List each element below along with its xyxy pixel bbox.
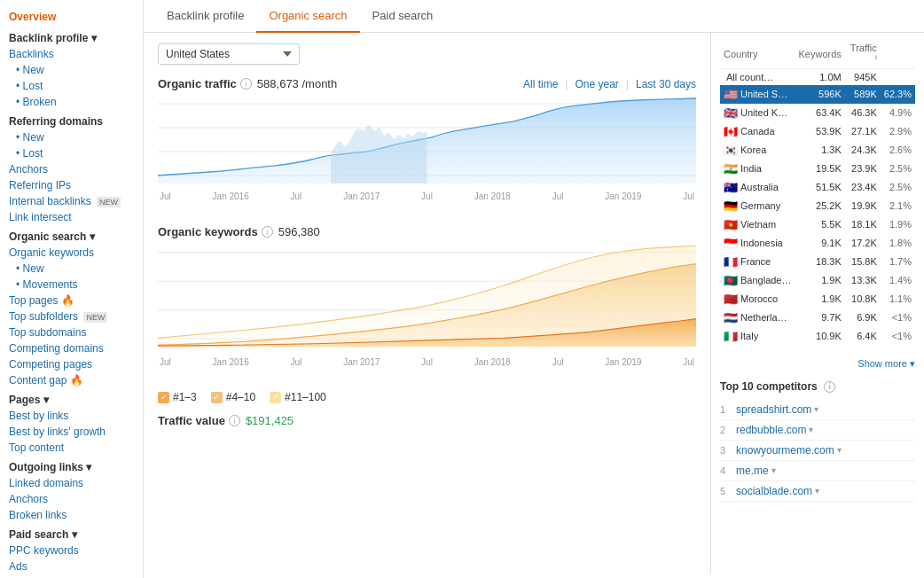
sidebar-item-linked-domains[interactable]: Linked domains [0, 475, 143, 491]
country-name: Indonesia [740, 238, 783, 248]
show-more-countries[interactable]: Show more ▾ [720, 358, 915, 370]
sidebar-item-organic-movements[interactable]: Movements [0, 277, 143, 293]
table-row[interactable]: 🇮🇹 Italy 10.9K 6.4K <1% [720, 327, 915, 346]
sidebar-item-referring-new[interactable]: New [0, 129, 143, 145]
sidebar-item-backlinks-lost[interactable]: Lost [0, 78, 143, 94]
sidebar-item-broken-links[interactable]: Broken links [0, 507, 143, 523]
flag-icon: 🇬🇧 [724, 106, 738, 120]
competitor-link[interactable]: me.me [736, 465, 769, 477]
new-badge-2: NEW [83, 312, 107, 323]
sidebar-item-content-gap[interactable]: Content gap 🔥 [0, 372, 143, 388]
sidebar-item-competing-domains[interactable]: Competing domains [0, 340, 143, 356]
checkbox-1-3[interactable]: ✓ #1–3 [158, 391, 197, 403]
table-row[interactable]: 🇦🇺 Australia 51.5K 23.4K 2.5% [720, 178, 915, 197]
competitors-list: 1 spreadshirt.com ▾ 2 redbubble.com ▾ 3 … [720, 400, 915, 502]
checkbox-label-1-3: #1–3 [173, 391, 197, 403]
competitor-dropdown-icon[interactable]: ▾ [809, 425, 813, 434]
competitor-link[interactable]: socialblade.com [736, 485, 812, 497]
table-row[interactable]: 🇻🇳 Vietnam 5.5K 18.1K 1.9% [720, 215, 915, 234]
pct-cell: 1.1% [881, 290, 915, 309]
sidebar-item-ads[interactable]: Ads [0, 558, 143, 574]
table-row[interactable]: 🇧🇩 Banglade… 1.9K 13.3K 1.4% [720, 271, 915, 290]
table-row[interactable]: 🇮🇩 Indonesia 9.1K 17.2K 1.8% [720, 234, 915, 253]
sidebar-section-organic[interactable]: Organic search ▾ [0, 225, 143, 245]
country-cell: 🇰🇷 Korea [720, 141, 795, 160]
traffic-chart-xaxis: Jul Jan 2016 Jul Jan 2017 Jul Jan 2018 J… [158, 191, 696, 201]
sidebar-item-referring-ips[interactable]: Referring IPs [0, 177, 143, 193]
traffic-cell: 19.9K [845, 197, 881, 215]
sidebar-item-backlinks[interactable]: Backlinks [0, 46, 143, 62]
traffic-chart-svg [158, 96, 696, 191]
checkbox-4-10[interactable]: ✓ #4–10 [211, 391, 255, 403]
table-row[interactable]: 🇳🇱 Netherla… 9.7K 6.9K <1% [720, 309, 915, 327]
sidebar-item-organic-new[interactable]: New [0, 261, 143, 277]
table-row[interactable]: 🇬🇧 United K… 63.4K 46.3K 4.9% [720, 104, 915, 122]
filter-all-time[interactable]: All time [523, 78, 558, 90]
competitor-dropdown-icon[interactable]: ▾ [837, 445, 842, 455]
sidebar-item-organic-keywords[interactable]: Organic keywords [0, 245, 143, 261]
table-row[interactable]: 🇮🇳 India 19.5K 23.9K 2.5% [720, 160, 915, 178]
sidebar-item-best-by-links-growth[interactable]: Best by links' growth [0, 424, 143, 440]
country-cell: 🇧🇩 Banglade… [720, 271, 795, 290]
competitor-item: 2 redbubble.com ▾ [720, 420, 915, 441]
keywords-cell: 9.7K [795, 309, 845, 327]
sidebar-item-referring-lost[interactable]: Lost [0, 145, 143, 161]
table-row[interactable]: 🇺🇸 United S… 596K 589K 62.3% [720, 85, 915, 104]
sidebar-item-top-subfolders[interactable]: Top subfolders NEW [0, 309, 143, 324]
organic-traffic-title: Organic traffic [158, 77, 237, 90]
table-row[interactable]: 🇩🇪 Germany 25.2K 19.9K 2.1% [720, 197, 915, 215]
right-panel: Country Keywords Traffic i All count… 1.… [711, 33, 924, 574]
tab-paid-search[interactable]: Paid search [360, 0, 446, 33]
keywords-cell: 1.3K [795, 141, 845, 160]
tab-backlink-profile[interactable]: Backlink profile [154, 0, 256, 33]
traffic-cell: 10.8K [845, 290, 881, 309]
competitor-link[interactable]: spreadshirt.com [736, 403, 811, 416]
flag-icon: 🇻🇳 [724, 218, 738, 231]
country-dropdown[interactable]: United States All countries United Kingd… [158, 43, 300, 65]
check-icon-4-10: ✓ [211, 392, 223, 403]
competitor-dropdown-icon[interactable]: ▾ [771, 465, 776, 475]
table-row[interactable]: 🇰🇷 Korea 1.3K 24.3K 2.6% [720, 141, 915, 160]
country-cell: 🇬🇧 United K… [720, 104, 795, 122]
competitor-item: 5 socialblade.com ▾ [720, 481, 915, 502]
competitor-link[interactable]: knowyourmeme.com [736, 444, 834, 457]
sidebar-section-outgoing[interactable]: Outgoing links ▾ [0, 456, 143, 475]
sidebar-section-pages[interactable]: Pages ▾ [0, 388, 143, 408]
country-name: India [740, 163, 762, 174]
sidebar-item-best-by-links[interactable]: Best by links [0, 408, 143, 424]
competitor-num: 4 [720, 465, 736, 476]
sidebar-section-paid[interactable]: Paid search ▾ [0, 523, 143, 543]
sidebar-item-anchors[interactable]: Anchors [0, 161, 143, 177]
table-row[interactable]: 🇲🇦 Morocco 1.9K 10.8K 1.1% [720, 290, 915, 309]
sidebar-item-backlinks-new[interactable]: New [0, 62, 143, 78]
sidebar-item-top-content[interactable]: Top content [0, 440, 143, 456]
sidebar-item-competing-pages[interactable]: Competing pages [0, 356, 143, 372]
sidebar-overview[interactable]: Overview [0, 7, 143, 27]
tab-organic-search[interactable]: Organic search [256, 0, 359, 33]
sidebar-item-top-subdomains[interactable]: Top subdomains [0, 324, 143, 340]
competitor-link[interactable]: redbubble.com [736, 424, 806, 436]
table-row[interactable]: 🇫🇷 France 18.3K 15.8K 1.7% [720, 253, 915, 271]
sidebar-item-backlinks-broken[interactable]: Broken [0, 94, 143, 110]
competitor-item: 3 knowyourmeme.com ▾ [720, 441, 915, 461]
keywords-cell: 9.1K [795, 234, 845, 253]
country-select-wrapper: United States All countries United Kingd… [158, 43, 696, 65]
traffic-cell: 13.3K [845, 271, 881, 290]
traffic-cell: 6.4K [845, 327, 881, 346]
table-row[interactable]: All count… 1.0M 945K [720, 68, 915, 85]
country-name: Italy [740, 331, 758, 341]
sidebar-item-ppc-keywords[interactable]: PPC keywords [0, 543, 143, 558]
sidebar-item-internal-backlinks[interactable]: Internal backlinks NEW [0, 193, 143, 209]
filter-last-30[interactable]: Last 30 days [636, 78, 696, 90]
country-cell: 🇮🇩 Indonesia [720, 234, 795, 253]
table-row[interactable]: 🇨🇦 Canada 53.9K 27.1K 2.9% [720, 122, 915, 141]
competitor-dropdown-icon[interactable]: ▾ [815, 486, 819, 496]
sidebar-item-link-intersect[interactable]: Link intersect [0, 209, 143, 225]
sidebar-item-top-pages[interactable]: Top pages 🔥 [0, 293, 143, 309]
sidebar-item-outgoing-anchors[interactable]: Anchors [0, 491, 143, 507]
country-cell: All count… [720, 68, 795, 85]
filter-one-year[interactable]: One year [575, 78, 618, 90]
competitor-dropdown-icon[interactable]: ▾ [814, 404, 818, 414]
sidebar-section-backlink[interactable]: Backlink profile ▾ [0, 27, 143, 46]
checkbox-11-100[interactable]: ✓ #11–100 [270, 391, 326, 403]
